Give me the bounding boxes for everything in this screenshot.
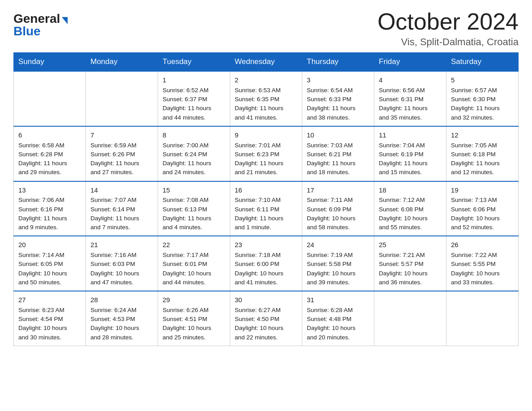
day-cell: 19Sunrise: 7:13 AM Sunset: 6:06 PM Dayli… bbox=[446, 181, 519, 236]
header-cell-monday: Monday bbox=[86, 53, 158, 72]
day-cell: 7Sunrise: 6:59 AM Sunset: 6:26 PM Daylig… bbox=[86, 126, 158, 181]
day-info: Sunrise: 6:27 AM Sunset: 4:50 PM Dayligh… bbox=[235, 306, 297, 342]
day-info: Sunrise: 6:59 AM Sunset: 6:26 PM Dayligh… bbox=[90, 141, 153, 177]
calendar-header: SundayMondayTuesdayWednesdayThursdayFrid… bbox=[14, 53, 519, 72]
day-number: 27 bbox=[18, 295, 81, 305]
week-row-2: 6Sunrise: 6:58 AM Sunset: 6:28 PM Daylig… bbox=[14, 126, 519, 181]
day-info: Sunrise: 7:16 AM Sunset: 6:03 PM Dayligh… bbox=[90, 251, 153, 287]
day-cell: 14Sunrise: 7:07 AM Sunset: 6:14 PM Dayli… bbox=[86, 181, 158, 236]
day-info: Sunrise: 7:14 AM Sunset: 6:05 PM Dayligh… bbox=[18, 251, 81, 287]
day-info: Sunrise: 6:58 AM Sunset: 6:28 PM Dayligh… bbox=[18, 141, 81, 177]
day-cell: 22Sunrise: 7:17 AM Sunset: 6:01 PM Dayli… bbox=[158, 236, 230, 291]
day-number: 31 bbox=[307, 295, 369, 305]
day-info: Sunrise: 6:52 AM Sunset: 6:37 PM Dayligh… bbox=[163, 86, 225, 122]
day-info: Sunrise: 7:21 AM Sunset: 5:57 PM Dayligh… bbox=[379, 251, 442, 287]
day-cell: 29Sunrise: 6:26 AM Sunset: 4:51 PM Dayli… bbox=[158, 291, 230, 346]
calendar-table: SundayMondayTuesdayWednesdayThursdayFrid… bbox=[13, 52, 519, 346]
day-info: Sunrise: 7:08 AM Sunset: 6:13 PM Dayligh… bbox=[163, 196, 225, 232]
day-cell: 11Sunrise: 7:04 AM Sunset: 6:19 PM Dayli… bbox=[374, 126, 446, 181]
day-number: 14 bbox=[90, 185, 153, 195]
day-info: Sunrise: 6:28 AM Sunset: 4:48 PM Dayligh… bbox=[307, 306, 369, 342]
day-cell: 6Sunrise: 6:58 AM Sunset: 6:28 PM Daylig… bbox=[14, 126, 86, 181]
day-info: Sunrise: 7:04 AM Sunset: 6:19 PM Dayligh… bbox=[379, 141, 442, 177]
day-info: Sunrise: 6:57 AM Sunset: 6:30 PM Dayligh… bbox=[451, 86, 514, 122]
day-info: Sunrise: 7:07 AM Sunset: 6:14 PM Dayligh… bbox=[90, 196, 153, 232]
day-number: 15 bbox=[163, 185, 225, 195]
day-cell: 28Sunrise: 6:24 AM Sunset: 4:53 PM Dayli… bbox=[86, 291, 158, 346]
day-info: Sunrise: 6:26 AM Sunset: 4:51 PM Dayligh… bbox=[163, 306, 225, 342]
header-cell-friday: Friday bbox=[374, 53, 446, 72]
day-number: 25 bbox=[379, 240, 442, 250]
day-cell: 16Sunrise: 7:10 AM Sunset: 6:11 PM Dayli… bbox=[230, 181, 302, 236]
day-cell bbox=[14, 71, 86, 126]
day-cell: 21Sunrise: 7:16 AM Sunset: 6:03 PM Dayli… bbox=[86, 236, 158, 291]
day-number: 17 bbox=[307, 185, 369, 195]
day-cell: 1Sunrise: 6:52 AM Sunset: 6:37 PM Daylig… bbox=[158, 71, 230, 126]
header-cell-thursday: Thursday bbox=[302, 53, 374, 72]
day-number: 11 bbox=[379, 130, 442, 140]
day-number: 29 bbox=[163, 295, 225, 305]
day-info: Sunrise: 7:17 AM Sunset: 6:01 PM Dayligh… bbox=[163, 251, 225, 287]
day-cell: 26Sunrise: 7:22 AM Sunset: 5:55 PM Dayli… bbox=[446, 236, 519, 291]
day-info: Sunrise: 6:54 AM Sunset: 6:33 PM Dayligh… bbox=[307, 86, 369, 122]
day-info: Sunrise: 7:03 AM Sunset: 6:21 PM Dayligh… bbox=[307, 141, 369, 177]
logo: General Blue bbox=[13, 13, 68, 38]
week-row-5: 27Sunrise: 6:23 AM Sunset: 4:54 PM Dayli… bbox=[14, 291, 519, 346]
day-number: 12 bbox=[451, 130, 514, 140]
day-info: Sunrise: 6:23 AM Sunset: 4:54 PM Dayligh… bbox=[18, 306, 81, 342]
header-cell-sunday: Sunday bbox=[14, 53, 86, 72]
title-area: October 2024 Vis, Split-Dalmatia, Croati… bbox=[378, 9, 519, 48]
logo-general-text: General bbox=[13, 13, 60, 25]
day-cell bbox=[446, 291, 519, 346]
day-info: Sunrise: 7:01 AM Sunset: 6:23 PM Dayligh… bbox=[235, 141, 297, 177]
day-cell: 4Sunrise: 6:56 AM Sunset: 6:31 PM Daylig… bbox=[374, 71, 446, 126]
day-number: 20 bbox=[18, 240, 81, 250]
day-cell: 25Sunrise: 7:21 AM Sunset: 5:57 PM Dayli… bbox=[374, 236, 446, 291]
day-cell: 2Sunrise: 6:53 AM Sunset: 6:35 PM Daylig… bbox=[230, 71, 302, 126]
day-number: 13 bbox=[18, 185, 81, 195]
day-info: Sunrise: 6:24 AM Sunset: 4:53 PM Dayligh… bbox=[90, 306, 153, 342]
day-info: Sunrise: 7:13 AM Sunset: 6:06 PM Dayligh… bbox=[451, 196, 514, 232]
day-cell: 5Sunrise: 6:57 AM Sunset: 6:30 PM Daylig… bbox=[446, 71, 519, 126]
day-number: 21 bbox=[90, 240, 153, 250]
day-number: 28 bbox=[90, 295, 153, 305]
day-info: Sunrise: 7:11 AM Sunset: 6:09 PM Dayligh… bbox=[307, 196, 369, 232]
day-cell: 20Sunrise: 7:14 AM Sunset: 6:05 PM Dayli… bbox=[14, 236, 86, 291]
header-cell-saturday: Saturday bbox=[446, 53, 519, 72]
day-number: 8 bbox=[163, 130, 225, 140]
day-number: 23 bbox=[235, 240, 297, 250]
day-number: 16 bbox=[235, 185, 297, 195]
day-cell: 12Sunrise: 7:05 AM Sunset: 6:18 PM Dayli… bbox=[446, 126, 519, 181]
day-cell: 30Sunrise: 6:27 AM Sunset: 4:50 PM Dayli… bbox=[230, 291, 302, 346]
logo-triangle-icon bbox=[62, 17, 68, 24]
day-info: Sunrise: 7:12 AM Sunset: 6:08 PM Dayligh… bbox=[379, 196, 442, 232]
day-number: 24 bbox=[307, 240, 369, 250]
day-info: Sunrise: 6:53 AM Sunset: 6:35 PM Dayligh… bbox=[235, 86, 297, 122]
day-cell: 24Sunrise: 7:19 AM Sunset: 5:58 PM Dayli… bbox=[302, 236, 374, 291]
day-number: 19 bbox=[451, 185, 514, 195]
header-row: SundayMondayTuesdayWednesdayThursdayFrid… bbox=[14, 53, 519, 72]
week-row-3: 13Sunrise: 7:06 AM Sunset: 6:16 PM Dayli… bbox=[14, 181, 519, 236]
day-number: 7 bbox=[90, 130, 153, 140]
day-number: 6 bbox=[18, 130, 81, 140]
location-title: Vis, Split-Dalmatia, Croatia bbox=[378, 36, 519, 48]
day-info: Sunrise: 7:18 AM Sunset: 6:00 PM Dayligh… bbox=[235, 251, 297, 287]
day-cell: 18Sunrise: 7:12 AM Sunset: 6:08 PM Dayli… bbox=[374, 181, 446, 236]
day-cell: 31Sunrise: 6:28 AM Sunset: 4:48 PM Dayli… bbox=[302, 291, 374, 346]
day-number: 9 bbox=[235, 130, 297, 140]
month-title: October 2024 bbox=[378, 9, 519, 34]
day-number: 5 bbox=[451, 75, 514, 85]
day-number: 26 bbox=[451, 240, 514, 250]
day-number: 30 bbox=[235, 295, 297, 305]
header: General Blue October 2024 Vis, Split-Dal… bbox=[13, 9, 519, 48]
day-cell bbox=[86, 71, 158, 126]
logo-blue-text: Blue bbox=[13, 25, 41, 38]
day-cell: 9Sunrise: 7:01 AM Sunset: 6:23 PM Daylig… bbox=[230, 126, 302, 181]
day-cell: 27Sunrise: 6:23 AM Sunset: 4:54 PM Dayli… bbox=[14, 291, 86, 346]
day-cell: 8Sunrise: 7:00 AM Sunset: 6:24 PM Daylig… bbox=[158, 126, 230, 181]
day-cell: 10Sunrise: 7:03 AM Sunset: 6:21 PM Dayli… bbox=[302, 126, 374, 181]
day-number: 18 bbox=[379, 185, 442, 195]
day-info: Sunrise: 7:00 AM Sunset: 6:24 PM Dayligh… bbox=[163, 141, 225, 177]
day-info: Sunrise: 6:56 AM Sunset: 6:31 PM Dayligh… bbox=[379, 86, 442, 122]
day-cell: 23Sunrise: 7:18 AM Sunset: 6:00 PM Dayli… bbox=[230, 236, 302, 291]
